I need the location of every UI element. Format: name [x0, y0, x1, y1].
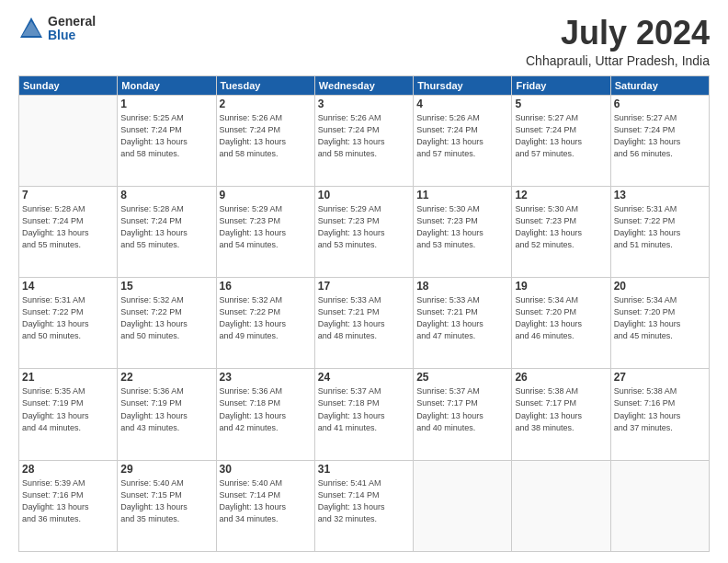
calendar-cell: 28Sunrise: 5:39 AM Sunset: 7:16 PM Dayli… [19, 460, 118, 551]
logo: General Blue [18, 15, 96, 43]
logo-text: General Blue [48, 15, 96, 43]
day-number: 13 [614, 189, 706, 201]
calendar-cell: 12Sunrise: 5:30 AM Sunset: 7:23 PM Dayli… [512, 186, 610, 277]
calendar-cell: 24Sunrise: 5:37 AM Sunset: 7:18 PM Dayli… [314, 369, 413, 460]
day-number: 30 [220, 463, 312, 476]
day-number: 28 [22, 463, 114, 476]
calendar-cell: 29Sunrise: 5:40 AM Sunset: 7:15 PM Dayli… [118, 460, 216, 551]
calendar-cell: 9Sunrise: 5:29 AM Sunset: 7:23 PM Daylig… [216, 186, 314, 277]
calendar-cell: 6Sunrise: 5:27 AM Sunset: 7:24 PM Daylig… [610, 95, 709, 186]
day-number: 29 [120, 463, 212, 476]
calendar-cell: 30Sunrise: 5:40 AM Sunset: 7:14 PM Dayli… [216, 460, 314, 551]
day-info: Sunrise: 5:32 AM Sunset: 7:22 PM Dayligh… [220, 294, 312, 342]
day-number: 6 [614, 98, 706, 110]
day-info: Sunrise: 5:27 AM Sunset: 7:24 PM Dayligh… [614, 112, 706, 160]
day-info: Sunrise: 5:31 AM Sunset: 7:22 PM Dayligh… [614, 203, 706, 251]
calendar-cell: 5Sunrise: 5:27 AM Sunset: 7:24 PM Daylig… [512, 95, 610, 186]
day-number: 7 [22, 189, 114, 201]
calendar-header: SundayMondayTuesdayWednesdayThursdayFrid… [19, 75, 710, 95]
calendar: SundayMondayTuesdayWednesdayThursdayFrid… [18, 75, 710, 552]
weekday-header-wednesday: Wednesday [314, 75, 413, 95]
day-info: Sunrise: 5:29 AM Sunset: 7:23 PM Dayligh… [318, 203, 410, 251]
weekday-header-friday: Friday [512, 75, 610, 95]
day-info: Sunrise: 5:29 AM Sunset: 7:23 PM Dayligh… [220, 203, 312, 251]
day-info: Sunrise: 5:37 AM Sunset: 7:18 PM Dayligh… [318, 385, 410, 433]
day-number: 4 [416, 98, 508, 110]
logo-general: General [48, 15, 96, 29]
day-number: 1 [120, 98, 212, 110]
day-number: 25 [416, 371, 508, 384]
day-info: Sunrise: 5:31 AM Sunset: 7:22 PM Dayligh… [22, 294, 114, 342]
day-number: 12 [515, 189, 607, 201]
day-number: 31 [318, 463, 410, 476]
day-info: Sunrise: 5:26 AM Sunset: 7:24 PM Dayligh… [318, 112, 410, 160]
calendar-cell: 11Sunrise: 5:30 AM Sunset: 7:23 PM Dayli… [414, 186, 512, 277]
day-info: Sunrise: 5:26 AM Sunset: 7:24 PM Dayligh… [416, 112, 508, 160]
weekday-header-tuesday: Tuesday [216, 75, 314, 95]
calendar-week-1: 1Sunrise: 5:25 AM Sunset: 7:24 PM Daylig… [19, 95, 710, 186]
calendar-body: 1Sunrise: 5:25 AM Sunset: 7:24 PM Daylig… [19, 95, 710, 551]
day-info: Sunrise: 5:25 AM Sunset: 7:24 PM Dayligh… [120, 112, 212, 160]
day-info: Sunrise: 5:41 AM Sunset: 7:14 PM Dayligh… [318, 477, 410, 525]
weekday-header-thursday: Thursday [414, 75, 512, 95]
day-number: 8 [120, 189, 212, 201]
month-year: July 2024 [526, 15, 710, 52]
svg-marker-1 [22, 21, 40, 36]
calendar-cell: 13Sunrise: 5:31 AM Sunset: 7:22 PM Dayli… [610, 186, 709, 277]
calendar-cell: 16Sunrise: 5:32 AM Sunset: 7:22 PM Dayli… [216, 278, 314, 369]
day-number: 10 [318, 189, 410, 201]
calendar-cell: 4Sunrise: 5:26 AM Sunset: 7:24 PM Daylig… [414, 95, 512, 186]
calendar-cell: 31Sunrise: 5:41 AM Sunset: 7:14 PM Dayli… [314, 460, 413, 551]
day-info: Sunrise: 5:39 AM Sunset: 7:16 PM Dayligh… [22, 477, 114, 525]
day-info: Sunrise: 5:38 AM Sunset: 7:16 PM Dayligh… [614, 385, 706, 433]
day-number: 20 [614, 280, 706, 293]
header: General Blue July 2024 Chhaprauli, Uttar… [18, 15, 710, 68]
day-info: Sunrise: 5:33 AM Sunset: 7:21 PM Dayligh… [318, 294, 410, 342]
day-number: 26 [515, 371, 607, 384]
calendar-cell [19, 95, 118, 186]
calendar-cell [610, 460, 709, 551]
day-number: 21 [22, 371, 114, 384]
day-number: 2 [220, 98, 312, 110]
calendar-cell: 23Sunrise: 5:36 AM Sunset: 7:18 PM Dayli… [216, 369, 314, 460]
weekday-row: SundayMondayTuesdayWednesdayThursdayFrid… [19, 75, 710, 95]
day-number: 19 [515, 280, 607, 293]
location: Chhaprauli, Uttar Pradesh, India [526, 53, 710, 68]
calendar-cell: 14Sunrise: 5:31 AM Sunset: 7:22 PM Dayli… [19, 278, 118, 369]
day-info: Sunrise: 5:40 AM Sunset: 7:14 PM Dayligh… [220, 477, 312, 525]
calendar-cell [512, 460, 610, 551]
day-number: 15 [120, 280, 212, 293]
calendar-cell: 10Sunrise: 5:29 AM Sunset: 7:23 PM Dayli… [314, 186, 413, 277]
day-number: 17 [318, 280, 410, 293]
calendar-cell: 18Sunrise: 5:33 AM Sunset: 7:21 PM Dayli… [414, 278, 512, 369]
day-info: Sunrise: 5:35 AM Sunset: 7:19 PM Dayligh… [22, 385, 114, 433]
day-number: 24 [318, 371, 410, 384]
calendar-week-5: 28Sunrise: 5:39 AM Sunset: 7:16 PM Dayli… [19, 460, 710, 551]
day-number: 9 [220, 189, 312, 201]
calendar-week-2: 7Sunrise: 5:28 AM Sunset: 7:24 PM Daylig… [19, 186, 710, 277]
calendar-cell [414, 460, 512, 551]
day-number: 23 [220, 371, 312, 384]
day-info: Sunrise: 5:38 AM Sunset: 7:17 PM Dayligh… [515, 385, 607, 433]
day-info: Sunrise: 5:34 AM Sunset: 7:20 PM Dayligh… [515, 294, 607, 342]
calendar-cell: 21Sunrise: 5:35 AM Sunset: 7:19 PM Dayli… [19, 369, 118, 460]
weekday-header-saturday: Saturday [610, 75, 709, 95]
day-info: Sunrise: 5:37 AM Sunset: 7:17 PM Dayligh… [416, 385, 508, 433]
day-number: 5 [515, 98, 607, 110]
day-number: 27 [614, 371, 706, 384]
day-info: Sunrise: 5:36 AM Sunset: 7:18 PM Dayligh… [220, 385, 312, 433]
page: General Blue July 2024 Chhaprauli, Uttar… [0, 0, 728, 563]
day-info: Sunrise: 5:30 AM Sunset: 7:23 PM Dayligh… [515, 203, 607, 251]
calendar-cell: 26Sunrise: 5:38 AM Sunset: 7:17 PM Dayli… [512, 369, 610, 460]
logo-icon [18, 16, 44, 41]
day-info: Sunrise: 5:28 AM Sunset: 7:24 PM Dayligh… [22, 203, 114, 251]
day-info: Sunrise: 5:34 AM Sunset: 7:20 PM Dayligh… [614, 294, 706, 342]
calendar-cell: 17Sunrise: 5:33 AM Sunset: 7:21 PM Dayli… [314, 278, 413, 369]
day-info: Sunrise: 5:33 AM Sunset: 7:21 PM Dayligh… [416, 294, 508, 342]
weekday-header-monday: Monday [118, 75, 216, 95]
day-info: Sunrise: 5:27 AM Sunset: 7:24 PM Dayligh… [515, 112, 607, 160]
weekday-header-sunday: Sunday [19, 75, 118, 95]
calendar-cell: 20Sunrise: 5:34 AM Sunset: 7:20 PM Dayli… [610, 278, 709, 369]
calendar-week-3: 14Sunrise: 5:31 AM Sunset: 7:22 PM Dayli… [19, 278, 710, 369]
day-info: Sunrise: 5:36 AM Sunset: 7:19 PM Dayligh… [120, 385, 212, 433]
